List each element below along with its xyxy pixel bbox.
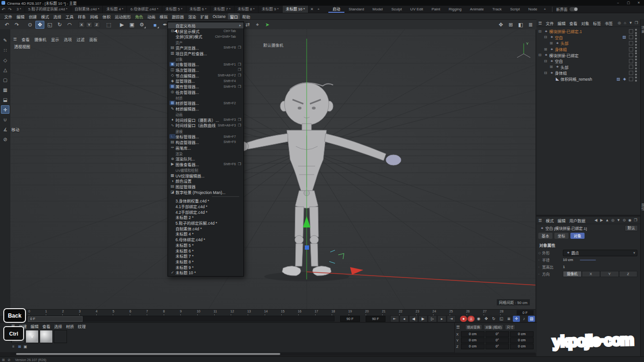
open-in-window-icon[interactable]: ❐ [236,62,241,67]
window-menu-item[interactable]: 渲染 [168,151,243,156]
object-tag-icons[interactable]: ▨ [622,35,627,39]
window-menu-item[interactable]: ◈ 层管理器... Shift+F4 [168,78,243,84]
viewport-menu-item[interactable]: 过滤 [76,36,84,42]
edges-mode-icon[interactable]: ◇ [1,56,9,64]
window-menu-item[interactable]: ♦ 时间线窗口（摄影表）... Shift+F3 ❐ [168,117,243,123]
model-mode-icon[interactable]: ▢ [1,76,9,84]
visibility-dots[interactable] [635,34,637,40]
object-label[interactable]: 头部 [560,64,569,70]
viewport-menu-item[interactable]: 摄像机 [34,36,47,42]
material-menu-item[interactable]: 纹理 [78,323,86,329]
rotation-field[interactable]: 0° [485,344,509,349]
orientation-option[interactable]: X [582,271,601,277]
tab-forward-icon[interactable]: ↷ [7,7,13,12]
panel-menu-icon[interactable]: ☰ [538,21,542,25]
sound-icon[interactable]: ♪ [520,316,527,322]
render-view-icon[interactable]: ▶ [117,21,126,29]
coordinate-system-icon[interactable]: ⬚ [104,21,113,29]
go-to-start-button[interactable]: ⇤ [390,315,399,322]
object-tree-row[interactable]: ⊟ ⌖ 模块拼接-已绑定.1 [536,28,640,34]
object-tree-row[interactable]: ◣ 体积网格_remesh ▨ ◈ [536,76,640,82]
record-scale-icon[interactable]: ◱ [498,316,505,322]
menu-bar-item[interactable]: 模式 [39,13,51,20]
enable-toggle[interactable] [629,59,633,63]
window-menu-item[interactable]: ▤ 资产浏览器... Shift+F8 ❐ [168,45,243,51]
window-menu-item[interactable]: ▩ UV纹理编辑器... [168,173,243,178]
edge-tab-attributes[interactable]: 属性 [640,203,644,211]
panel-menu-icon[interactable]: ☰ [538,218,542,223]
viewport-canvas[interactable]: Y [10,29,535,309]
object-label[interactable]: 头部 [560,40,569,46]
document-tab[interactable]: 未标题 6 * [186,6,210,13]
search-icon[interactable]: ◎ [617,21,622,25]
enable-toggle[interactable] [629,41,633,45]
menu-bar-item[interactable]: 样条 [76,13,88,20]
window-menu-item[interactable]: 6.母体绑定.c4d * [168,236,243,242]
enable-toggle[interactable] [629,71,633,75]
lock-icon[interactable]: ⊘ [1,135,9,143]
open-in-window-icon[interactable]: ❐ [236,73,241,77]
material-menu-item[interactable]: 选择 [54,323,62,329]
menu-bar-item[interactable]: 文件 [2,13,14,20]
filter-icon[interactable]: ▼ [628,21,634,25]
open-in-window-icon[interactable]: ▸ [236,23,241,27]
forward-icon[interactable]: ▶ [599,218,604,222]
close-tab-icon[interactable]: ✕ [309,7,315,11]
document-tab[interactable]: 未标题 9 * [259,6,283,13]
material-thumbnail[interactable] [54,330,67,343]
timeline-ruler[interactable]: 0123456789101112131415161718192021222324… [10,309,535,316]
filter-icon[interactable]: ▼ [616,218,621,222]
menu-bar-item[interactable]: 帮助 [240,13,252,20]
window-menu-item[interactable]: ▩ 材质管理器... Shift+F2 [168,101,243,106]
expand-toggle-icon[interactable]: ⊞ [544,47,549,51]
record-position-icon[interactable]: ✥ [483,316,490,322]
visibility-dots[interactable] [635,29,637,34]
window-menu-item[interactable]: ◫ 场次管理器... ❐ [168,67,243,73]
window-menu-item[interactable]: 材质 [168,96,243,101]
window-menu-item[interactable]: 自定义布局 ▸ [168,23,243,28]
layout-tab[interactable]: Track [488,6,506,13]
window-menu-item[interactable]: ⊛ 渲染队列... [168,156,243,161]
viewport-layout-icon[interactable]: ⊞ [506,21,515,29]
previous-key-button[interactable]: ◂ [400,315,409,322]
enable-toggle[interactable] [629,35,633,39]
window-menu-item[interactable]: UV编辑和绘制 [168,168,243,173]
window-menu-item[interactable]: 4.2手部绑定.c4d * [168,209,243,215]
perspective-viewport[interactable]: Y ☰ 查看摄像机显示选项过滤面板 透视视图 默认摄像机 网格间距 : 50 c… [10,29,535,309]
history-icon[interactable]: ◉ [627,218,633,222]
record-parameter-icon[interactable]: ≣ [505,316,512,322]
expand-toggle-icon[interactable]: ⊞ [550,41,554,45]
render-picture-viewer-icon[interactable]: ▣ [127,21,136,29]
window-menu-item[interactable]: 全屏(双屏)模式 Ctrl+Shift+Tab [168,34,243,39]
viewport-move-icon[interactable]: ✥ [496,21,505,29]
parent-icon[interactable]: ▲ [604,218,610,222]
redo-icon[interactable]: ↷ [12,21,21,29]
window-menu-item[interactable]: ∟ 坐标管理器... Shift+F7 [168,134,243,139]
enable-toggle[interactable] [629,47,633,51]
viewport-menu-item[interactable]: 面板 [89,36,97,42]
menu-bar-item[interactable]: 编辑 [15,13,26,20]
object-tree-row[interactable]: ⊞ ⌖ 头部 [536,64,640,70]
y-axis-lock-icon[interactable]: Y [86,22,92,28]
object-label[interactable]: 模块拼接-已绑定 [549,52,578,58]
size-mode-dropdown[interactable]: 尺寸 [505,324,515,330]
end-frame-field[interactable]: 90 F [340,316,360,322]
document-tab[interactable]: 未标题 5 * [162,6,186,13]
snap-3d-icon[interactable]: ✛ [513,316,520,322]
attribute-menu-item[interactable]: 用户数据 [569,218,585,223]
material-thumbnail[interactable]: V [25,330,39,343]
orientation-option[interactable]: 摄像机 [563,271,582,277]
visibility-dots[interactable] [635,52,637,58]
rotation-field[interactable]: 0° [485,337,509,343]
window-menu-item[interactable]: ∿ 时间线窗口（函数曲线）... Shift+Alt+F3 ❐ [168,123,243,128]
attribute-menu-item[interactable]: 模式 [546,218,554,223]
object-label[interactable]: 空白 [555,58,563,64]
polygons-mode-icon[interactable]: △ [1,66,9,74]
add-layout-icon[interactable]: + [542,7,548,11]
open-in-window-icon[interactable]: ❐ [236,67,241,72]
window-menu-item[interactable]: 资产 [168,40,243,45]
texture-mode-icon[interactable]: ▦ [1,85,9,94]
layout-tab[interactable]: Rigging [444,6,466,13]
aspect-field[interactable]: 1 [563,265,565,269]
expand-toggle-icon[interactable]: ⊟ [544,71,549,75]
